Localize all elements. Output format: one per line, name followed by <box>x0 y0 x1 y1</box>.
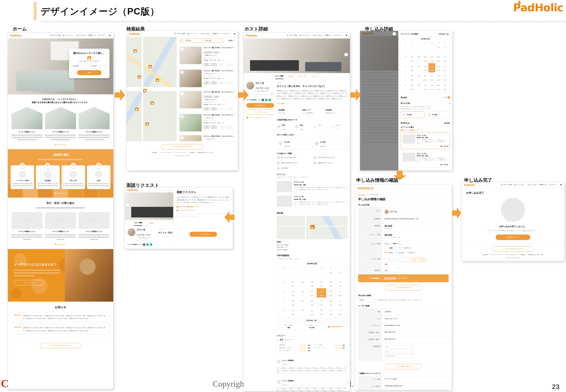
favorite-heart-icon[interactable]: ♡ <box>181 136 184 139</box>
help-link[interactable]: iルール・マナーについて <box>177 209 229 211</box>
nav-logo[interactable]: PadHolic <box>10 34 21 37</box>
intro-more-link[interactable]: 詳しくはこちら › <box>55 144 66 146</box>
chevron-right-icon[interactable]: › <box>344 53 348 56</box>
dog-select-card[interactable]: 犬の名前 <box>426 111 450 118</box>
favorite-heart-icon[interactable]: ♡ <box>181 71 184 74</box>
nav-become-host[interactable]: ホストになる <box>76 34 85 36</box>
city-select[interactable]: 市区町村⇕ <box>90 64 107 68</box>
nav-logo[interactable]: PadHolic <box>129 32 140 35</box>
map-marker-icon[interactable] <box>145 123 149 126</box>
favorite-heart-icon[interactable]: ♡ <box>181 92 184 95</box>
facebook-icon[interactable]: f <box>143 243 145 246</box>
calendar-day-cell[interactable]: 13 ¥2,000 <box>307 288 317 298</box>
application-option-card[interactable]: オプション名 ¥0000 / 回（×回） オプション説明文が入ります。オプション… <box>401 133 450 149</box>
calendar-day-cell[interactable]: 02 - <box>336 269 345 279</box>
nav-logout[interactable]: ログアウト <box>98 34 105 36</box>
map-marker-icon[interactable] <box>149 65 152 68</box>
change-user-info-button[interactable]: ユーザー情報を変更する <box>385 364 422 369</box>
calendar-day-cell[interactable]: 20 ¥2,000 <box>307 298 317 307</box>
calendar-day-cell[interactable]: 26 - <box>415 82 422 92</box>
calendar-prev-icon[interactable]: ← <box>279 263 281 265</box>
calendar-day-cell[interactable]: 19 - <box>298 298 307 307</box>
result-title[interactable]: タイトル（売り文句や、キャッチコピーなど）… <box>204 70 235 72</box>
result-title[interactable]: タイトル（売り文句や、キャッチコピーなど）… <box>204 135 235 138</box>
option-types-link[interactable]: iオプションの種類について <box>401 129 450 131</box>
change-application-button[interactable]: 申し込み内容を変更する <box>385 285 422 291</box>
nav-mypage[interactable]: マイページ <box>187 33 197 35</box>
footer-link[interactable]: キャンセルポリシー <box>175 152 187 153</box>
calendar-day-cell[interactable]: 25 ¥2,000 <box>409 82 416 92</box>
map-marker-icon[interactable] <box>135 108 138 111</box>
radio-use-all[interactable]: 全て利用 <box>396 251 404 254</box>
close-icon[interactable]: ✕ <box>168 189 171 192</box>
facebook-icon[interactable]: f <box>262 99 264 101</box>
calendar-day-cell[interactable]: 17 - <box>279 298 288 307</box>
nav-logout[interactable]: ログアウト <box>549 184 557 186</box>
calendar-day-cell[interactable]: 29 ¥2,000 <box>326 307 336 317</box>
prefecture-select[interactable]: 東京都⇕ <box>185 39 204 43</box>
footer-link[interactable]: 利用規約 <box>520 254 525 255</box>
calendar-day-cell[interactable]: 14 ¥2,000 <box>317 288 326 298</box>
calendar-day-cell[interactable] <box>422 44 429 54</box>
safety-more-link[interactable]: 詳しくはこちら › <box>55 243 66 246</box>
result-title[interactable]: タイトル（売り文句や、キャッチコピーなど）… <box>204 47 235 49</box>
calendar-day-cell[interactable] <box>317 269 326 279</box>
calendar-day-cell[interactable]: 16 ¥3,000 <box>442 63 448 73</box>
calendar-day-cell[interactable]: 01 - <box>435 44 442 54</box>
minus-stepper[interactable]: − <box>442 96 444 99</box>
search-result-card[interactable]: ♡ タイトル（売り文句や、キャッチコピーなど）… 愛犬飼育管理士資格有 ★ 4.… <box>179 89 235 112</box>
nav-guide[interactable]: ご利用ガイド <box>87 34 96 36</box>
calendar-day-cell[interactable]: 07 ¥2,000 <box>428 54 435 63</box>
contact-button[interactable]: サービスに関するお問い合わせ <box>40 343 81 348</box>
calendar-day-cell[interactable]: 07 ¥2,000 <box>317 279 326 288</box>
nav-logout[interactable]: ログアウト <box>222 33 230 35</box>
calendar-next-icon[interactable]: → <box>446 38 448 40</box>
calendar-day-cell[interactable]: 06 ¥2,000 <box>422 54 429 63</box>
calendar-day-cell[interactable]: 12 - <box>415 63 422 73</box>
prefecture-select[interactable]: 都道府県⇕ <box>72 64 89 68</box>
calendar-day-cell[interactable]: 03 - <box>279 279 288 288</box>
line-icon[interactable]: L <box>150 243 152 246</box>
calendar-day-cell[interactable]: 23 ¥3,000 <box>336 298 345 307</box>
calendar-day-cell[interactable]: 25 ¥2,000 <box>288 307 298 317</box>
calendar-day-cell[interactable]: 01 - <box>326 269 336 279</box>
bell-icon[interactable] <box>109 34 111 36</box>
twitter-icon[interactable]: t <box>265 99 268 101</box>
emergency-relation-input[interactable] <box>384 350 414 353</box>
calendar-day-cell[interactable]: 05 - <box>298 279 307 288</box>
calendar-day-cell[interactable]: 26 - <box>298 307 307 317</box>
footer-link[interactable]: 利用規約 <box>190 152 195 153</box>
trade-screen-link-button[interactable]: 取引画面はこちら <box>496 235 530 240</box>
nav-logo[interactable]: PadHolic <box>127 189 138 191</box>
host-contact-button[interactable]: ホストへの問い合わせ <box>246 110 274 115</box>
calendar-day-cell[interactable]: 16 ¥3,000 <box>336 288 345 298</box>
nav-logo[interactable]: PadHolic <box>246 34 257 37</box>
coupon-apply-button[interactable]: 保有クーポン適用 <box>411 258 426 262</box>
point-input[interactable] <box>384 246 397 250</box>
send-message-button[interactable]: メッセージを送信 <box>189 232 217 237</box>
nav-mypage[interactable]: マイページ <box>300 34 309 36</box>
calendar-day-cell[interactable]: 12 - <box>298 288 307 298</box>
calendar-day-cell[interactable]: 15 ¥2,000 <box>326 288 336 298</box>
calendar-day-cell[interactable]: 30 ¥3,000 <box>336 307 345 317</box>
calendar-day-cell[interactable]: 28 ¥2,000 <box>317 307 326 317</box>
news-item[interactable]: 2020.3.30 お知らせタイトルが入ります。お知らせタイトルが入ります。お知… <box>12 312 110 322</box>
service-flow-link[interactable]: iサービスご利用の流れについて <box>246 117 274 119</box>
search-result-card[interactable]: ♡ タイトル（売り文句や、キャッチコピーなど）… 愛犬飼育管理士資格有 ★ 4.… <box>179 45 235 68</box>
calendar-day-cell[interactable] <box>428 44 435 54</box>
nav-search-hosts[interactable]: ホストを探す <box>287 34 298 36</box>
city-select[interactable]: 世田谷区⇕ <box>205 39 224 43</box>
calendar-day-cell[interactable]: 08 ¥2,000 <box>435 54 442 63</box>
dog-select-card-selected[interactable]: 犬の名前 <box>401 111 424 118</box>
calendar-day-cell[interactable] <box>288 269 298 279</box>
location-map[interactable] <box>277 216 347 239</box>
calendar-day-cell[interactable]: 23 ¥3,000 <box>442 73 448 82</box>
flow-more-link[interactable]: 詳しくはこちら › <box>55 192 66 194</box>
nav-mypage[interactable]: マイページ <box>514 184 524 186</box>
calendar-day-cell[interactable]: 04 ¥2,000 <box>409 54 416 63</box>
message-textarea[interactable] <box>177 214 229 228</box>
nav-become-host[interactable]: ホストになる <box>313 34 322 36</box>
close-icon[interactable]: ✕ <box>393 32 396 36</box>
plus-stepper[interactable]: + <box>447 96 450 99</box>
radio-no-use[interactable]: 利用しない <box>407 251 416 254</box>
